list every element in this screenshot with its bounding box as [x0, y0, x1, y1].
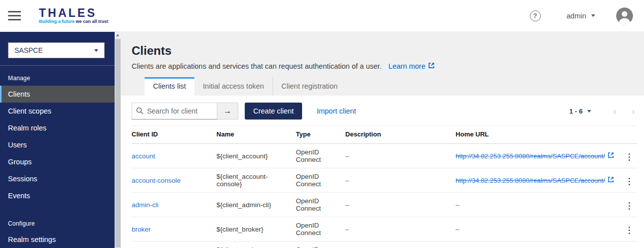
sidebar-item-events[interactable]: Events: [0, 187, 115, 204]
client-type: OpenID Connect: [296, 242, 345, 248]
client-id-link[interactable]: account: [132, 152, 155, 160]
arrow-right-icon: →: [224, 107, 232, 115]
avatar[interactable]: [616, 7, 633, 24]
client-type: OpenID Connect: [296, 144, 345, 168]
search-icon: [136, 107, 144, 117]
column-header-name: Name: [216, 126, 296, 144]
clients-table: Client ID Name Type Description Home URL…: [132, 125, 637, 248]
pagination-range-label: 1 - 6: [569, 108, 583, 115]
scrollbar-thumb[interactable]: [115, 39, 121, 248]
home-url-link[interactable]: http://34.82.253.255:8080/realms/SASPCE/…: [456, 152, 614, 160]
client-type: OpenID Connect: [296, 168, 345, 193]
client-description: –: [345, 168, 456, 193]
sidebar-item-groups[interactable]: Groups: [0, 153, 115, 170]
main-content: Clients Clients are applications and ser…: [121, 32, 644, 248]
home-url-text: http://34.82.253.255:8080/realms/SASPCE/…: [456, 152, 605, 160]
realm-selector[interactable]: SASPCE: [8, 42, 105, 58]
sidebar-item-client-scopes[interactable]: Client scopes: [0, 103, 115, 120]
client-name: ${client_broker}: [216, 217, 296, 242]
search-group: →: [132, 103, 238, 120]
previous-page-button[interactable]: ‹: [613, 106, 617, 116]
import-client-link[interactable]: Import client: [317, 107, 356, 115]
kebab-menu-icon[interactable]: [626, 176, 634, 188]
realm-selector-value: SASPCE: [14, 46, 43, 54]
sidebar-item-users[interactable]: Users: [0, 136, 115, 153]
sidebar-item-realm-settings[interactable]: Realm settings: [0, 231, 115, 248]
client-description: –: [345, 242, 456, 248]
learn-more-link[interactable]: Learn more: [388, 62, 434, 70]
client-name: ${client_account-console}: [216, 168, 296, 193]
table-row: account ${client_account} OpenID Connect…: [132, 144, 637, 168]
top-bar: THALES Building a future we can all trus…: [0, 0, 644, 32]
table-row: admin-cli ${client_admin-cli} OpenID Con…: [132, 193, 637, 217]
create-client-button[interactable]: Create client: [245, 103, 302, 120]
page-description-text: Clients are applications and services th…: [132, 62, 381, 70]
client-description: –: [345, 193, 456, 217]
hamburger-menu-icon[interactable]: [8, 6, 28, 26]
help-icon[interactable]: ?: [530, 10, 541, 21]
brand-tagline-highlight: Building a future: [39, 19, 75, 24]
chevron-down-icon: [94, 49, 98, 52]
table-row: realm-management ${client_realm-manageme…: [132, 242, 637, 248]
home-url-link[interactable]: http://34.82.253.255:8080/realms/SASPCE/…: [456, 176, 614, 184]
search-input[interactable]: [132, 103, 217, 120]
toolbar: → Create client Import client 1 - 6 ‹ ›: [132, 103, 637, 120]
column-header-type: Type: [296, 126, 345, 144]
scroll-up-arrow-icon[interactable]: [116, 34, 119, 36]
table-row: broker ${client_broker} OpenID Connect –…: [132, 217, 637, 242]
client-type: OpenID Connect: [296, 193, 345, 217]
sidebar: SASPCE ManageClientsClient scopesRealm r…: [0, 32, 115, 248]
client-id-link[interactable]: broker: [132, 226, 151, 233]
kebab-menu-icon[interactable]: [626, 225, 634, 237]
client-id-link[interactable]: account-console: [132, 177, 180, 184]
sidebar-item-sessions[interactable]: Sessions: [0, 170, 115, 187]
external-link-icon: [608, 176, 614, 184]
nav-section-label: Manage: [0, 72, 115, 86]
chevron-down-icon: [587, 110, 591, 113]
table-row: account-console ${client_account-console…: [132, 168, 637, 193]
brand-name: THALES: [39, 7, 108, 19]
user-menu-label: admin: [567, 12, 587, 20]
column-header-home-url: Home URL: [456, 126, 618, 144]
pagination: 1 - 6 ‹ ›: [569, 106, 637, 116]
tab-client-registration[interactable]: Client registration: [273, 77, 346, 96]
tab-clients-list[interactable]: Clients list: [145, 77, 194, 96]
learn-more-label: Learn more: [388, 62, 425, 70]
table-header-row: Client ID Name Type Description Home URL: [132, 126, 637, 144]
kebab-menu-icon[interactable]: [626, 200, 634, 212]
topbar-right: ? admin: [530, 7, 634, 24]
home-url-empty: –: [456, 226, 460, 233]
brand-tagline: Building a future we can all trust: [39, 19, 108, 24]
brand-tagline-rest: we can all trust: [75, 19, 109, 24]
column-header-description: Description: [345, 126, 456, 144]
pagination-range-button[interactable]: 1 - 6: [569, 108, 591, 115]
sidebar-nav: ManageClientsClient scopesRealm rolesUse…: [0, 66, 115, 248]
client-name: ${client_realm-manageme...: [216, 242, 296, 248]
kebab-menu-icon[interactable]: [626, 151, 634, 163]
home-url-empty: –: [456, 201, 460, 209]
tab-bar: Clients listInitial access tokenClient r…: [145, 77, 634, 96]
chevron-down-icon: [591, 14, 595, 17]
nav-section-label: Configure: [0, 217, 115, 231]
client-id-link[interactable]: admin-cli: [132, 201, 159, 209]
sidebar-scrollbar[interactable]: [115, 32, 121, 248]
sidebar-item-clients[interactable]: Clients: [0, 86, 115, 103]
sidebar-item-realm-roles[interactable]: Realm roles: [0, 120, 115, 136]
clients-panel: → Create client Import client 1 - 6 ‹ ›: [121, 96, 644, 248]
nav-section: ManageClientsClient scopesRealm rolesUse…: [0, 66, 115, 204]
user-menu-button[interactable]: admin: [567, 12, 596, 20]
page-title: Clients: [132, 44, 634, 58]
external-link-icon: [428, 62, 435, 70]
thales-logo: THALES Building a future we can all trus…: [39, 7, 108, 24]
next-page-button[interactable]: ›: [632, 106, 635, 116]
search-submit-button[interactable]: →: [217, 103, 238, 120]
column-header-client-id: Client ID: [132, 126, 216, 144]
home-url-text: http://34.82.253.255:8080/realms/SASPCE/…: [456, 177, 605, 184]
tab-initial-access-token[interactable]: Initial access token: [194, 77, 273, 96]
client-name: ${client_admin-cli}: [216, 193, 296, 217]
client-name: ${client_account}: [216, 144, 296, 168]
client-description: –: [345, 217, 456, 242]
column-header-actions: [618, 126, 637, 144]
client-description: –: [345, 144, 456, 168]
page-description: Clients are applications and services th…: [132, 62, 634, 70]
